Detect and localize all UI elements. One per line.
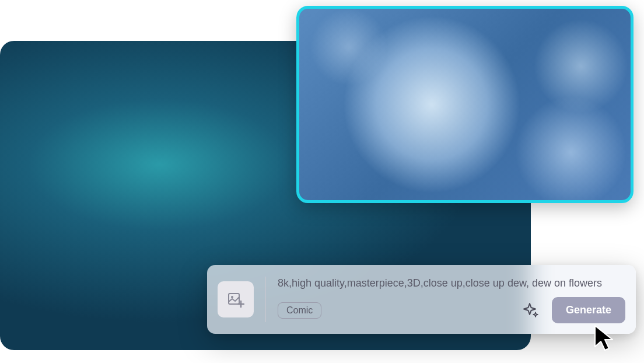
prompt-bar: 8k,high quality,masterpiece,3D,close up,… [207, 265, 636, 334]
svg-point-1 [231, 296, 233, 298]
upload-image-button[interactable] [218, 281, 254, 317]
right-controls: Generate [520, 297, 625, 323]
preview-image[interactable] [296, 6, 634, 203]
generate-button[interactable]: Generate [552, 297, 625, 323]
style-tag[interactable]: Comic [278, 302, 321, 319]
prompt-text[interactable]: 8k,high quality,masterpiece,3D,close up,… [278, 275, 625, 291]
sparkle-icon [522, 302, 540, 319]
enhance-prompt-button[interactable] [520, 300, 541, 321]
prompt-content: 8k,high quality,masterpiece,3D,close up,… [278, 275, 625, 323]
image-add-icon [227, 291, 244, 308]
prompt-controls-row: Comic Generate [278, 297, 625, 323]
divider [265, 277, 266, 322]
